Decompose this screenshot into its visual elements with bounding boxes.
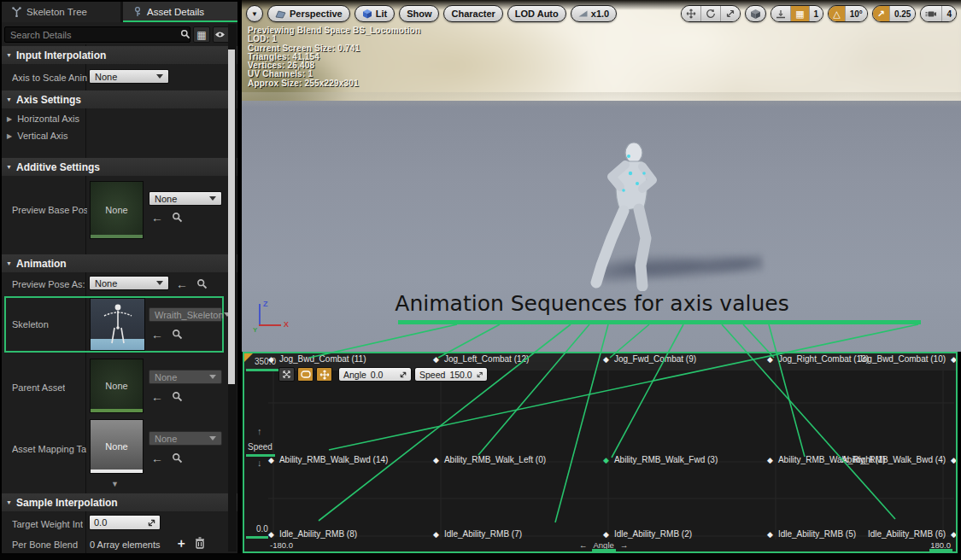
property-matrix-button[interactable]: ▦	[193, 26, 210, 43]
blend-sample[interactable]: ◆Idle_Ability_RMB (6)	[868, 529, 957, 539]
scale-tool-button[interactable]	[720, 6, 740, 21]
tab-asset-details[interactable]: Asset Details	[123, 2, 237, 22]
horizontal-axis-row[interactable]: ▶ Horizontal Axis	[7, 114, 79, 124]
collapse-triangle-icon: ▼	[6, 96, 12, 102]
rotation-snap-toggle[interactable]: △	[829, 6, 844, 21]
show-button[interactable]: Show	[399, 5, 439, 22]
character-button[interactable]: Character	[443, 5, 502, 22]
use-selected-asset-icon[interactable]: ←	[176, 279, 188, 289]
lit-button[interactable]: Lit	[355, 5, 395, 22]
scale-snap-group: ↗ 0.25	[872, 5, 917, 22]
sample-label: Idle_Ability_RMB (6)	[868, 529, 946, 539]
use-selected-asset-icon[interactable]: ←	[151, 213, 163, 223]
panel-scrollbar[interactable]	[228, 24, 237, 551]
coordinate-space-button[interactable]	[745, 5, 766, 22]
panel-tab-bar: Skeleton Tree Asset Details	[2, 2, 237, 22]
asset-picker-icons: ←	[176, 278, 208, 289]
blend-sample[interactable]: ◆Idle_Ability_RMB (2)	[603, 529, 692, 539]
blend-space-grid-panel[interactable]: 350.0 ↑ Speed ↓ 0.0 -180.0 ← Angle → 180…	[243, 352, 958, 553]
translate-icon	[686, 9, 696, 19]
screen-size-button[interactable]: x1.0	[571, 5, 617, 22]
tab-skeleton-tree[interactable]: Skeleton Tree	[2, 2, 120, 22]
dropdown-value: None	[155, 194, 177, 204]
preview-pose-dropdown[interactable]: None	[89, 276, 169, 290]
section-axis-settings[interactable]: ▼ Axis Settings	[2, 90, 237, 108]
blend-sample[interactable]: ◆Jog_Right_Combat (13)	[767, 354, 869, 364]
parent-asset-dropdown[interactable]: None	[149, 370, 222, 384]
search-input[interactable]	[4, 26, 190, 43]
input-label: Angle	[343, 370, 366, 380]
skeleton-thumbnail[interactable]	[90, 298, 145, 351]
parent-asset-thumbnail[interactable]: None	[90, 359, 144, 413]
parent-asset-label: Parent Asset	[12, 382, 65, 393]
rotate-tool-button[interactable]	[700, 6, 720, 21]
section-animation[interactable]: ▼ Animation	[2, 254, 237, 272]
blend-sample[interactable]: ◆Idle_Ability_RMB (8)	[268, 529, 357, 539]
blend-sample[interactable]: ◆Idle_Ability_RMB (5)	[767, 529, 856, 539]
advanced-expander-icon[interactable]: ▼	[111, 480, 119, 488]
translate-tool-button[interactable]	[682, 6, 700, 21]
use-selected-asset-icon[interactable]: ←	[151, 453, 163, 464]
asset-mapping-dropdown[interactable]: None	[149, 431, 222, 446]
browse-asset-icon[interactable]	[172, 391, 183, 402]
section-title: Axis Settings	[16, 94, 81, 106]
preview-viewport[interactable]: ▼ Perspective Lit Show Character LOD Aut…	[242, 0, 961, 352]
y-axis-label: Speed	[248, 442, 272, 452]
perspective-button[interactable]: Perspective	[267, 5, 350, 22]
browse-asset-icon[interactable]	[172, 212, 183, 223]
skeleton-dropdown[interactable]: Wraith_Skeleton	[149, 307, 222, 322]
surface-snap-button[interactable]	[771, 6, 790, 21]
sample-diamond-icon: ◆	[951, 530, 957, 539]
button-label: x1.0	[591, 9, 609, 19]
scrollbar-thumb[interactable]	[228, 50, 235, 384]
button-label: Perspective	[290, 9, 343, 19]
vertical-axis-row[interactable]: ▶ Vertical Axis	[7, 131, 67, 141]
preview-base-pose-thumbnail[interactable]: None	[90, 181, 144, 239]
viewport-options-button[interactable]: ▼	[246, 5, 263, 22]
browse-asset-icon[interactable]	[196, 278, 208, 289]
lod-auto-button[interactable]: LOD Auto	[507, 5, 566, 22]
button-label: LOD Auto	[515, 9, 559, 19]
section-sample-interpolation[interactable]: ▼ Sample Interpolation	[2, 493, 237, 511]
blend-sample[interactable]: ◆Ability_RMB_Walk_Left (0)	[433, 455, 546, 464]
scale-snap-toggle[interactable]: ↗	[873, 6, 889, 21]
browse-asset-icon[interactable]	[172, 329, 183, 340]
select-tool-button[interactable]	[278, 367, 295, 382]
blend-sample[interactable]: ◆Jog_Left_Combat (12)	[433, 354, 529, 364]
speed-input[interactable]: Speed 150.0	[414, 367, 488, 382]
blend-sample[interactable]: ◆Jog_Fwd_Combat (9)	[603, 354, 696, 364]
target-weight-input[interactable]: 0.0	[89, 515, 161, 530]
blend-space-editor-window: Skeleton Tree Asset Details ▦ ▼	[0, 0, 961, 560]
blend-sample[interactable]: ◆Ability_RMB_Walk_Bwd (14)	[268, 455, 388, 464]
tab-label: Skeleton Tree	[26, 7, 87, 17]
grid-snap-toggle[interactable]: ▦	[790, 6, 808, 21]
scale-snap-value[interactable]: 0.25	[889, 6, 915, 21]
move-samples-button[interactable]	[316, 367, 332, 382]
axis-to-scale-dropdown[interactable]: None	[89, 69, 169, 84]
blend-sample[interactable]: ◆Jog_Bwd_Combat (11)	[268, 354, 366, 364]
axis-gizmo: Z X Y	[254, 300, 293, 336]
blend-sample[interactable]: ◆Idle_Ability_RMB (7)	[433, 529, 522, 539]
snap-value-label: 0.25	[894, 9, 911, 19]
rotation-snap-value[interactable]: 10°	[845, 6, 867, 21]
use-selected-asset-icon[interactable]: ←	[151, 392, 163, 402]
preview-base-pose-dropdown[interactable]: None	[149, 191, 222, 206]
browse-asset-icon[interactable]	[172, 452, 183, 464]
trash-icon[interactable]	[195, 537, 205, 549]
section-additive-settings[interactable]: ▼ Additive Settings	[2, 158, 237, 176]
asset-mapping-thumbnail[interactable]: None	[90, 419, 144, 474]
viewport-stat-line: Approx Size: 255x229x301	[248, 79, 420, 88]
label-tool-button[interactable]	[297, 367, 313, 382]
axis-right-arrow-icon: →	[620, 540, 629, 550]
blend-sample[interactable]: ◆Ability_RMB_Walk_Fwd (3)	[603, 455, 718, 464]
camera-speed-value[interactable]: 4	[941, 6, 956, 21]
angle-input[interactable]: Angle 0.0	[338, 367, 412, 382]
add-element-icon[interactable]: ＋	[175, 536, 187, 551]
use-selected-asset-icon[interactable]: ←	[151, 330, 163, 340]
blend-sample[interactable]: ◆Ability_RMB_Walk_Bwd (4)	[841, 455, 957, 464]
camera-speed-button[interactable]	[921, 6, 941, 21]
sample-label: Ability_RMB_Walk_Left (0)	[444, 455, 546, 464]
blend-sample[interactable]: ◆Jog_Bwd_Combat (10)	[858, 354, 957, 364]
section-input-interpolation[interactable]: ▼ Input Interpolation	[2, 46, 237, 64]
grid-snap-value[interactable]: 1	[809, 6, 823, 21]
